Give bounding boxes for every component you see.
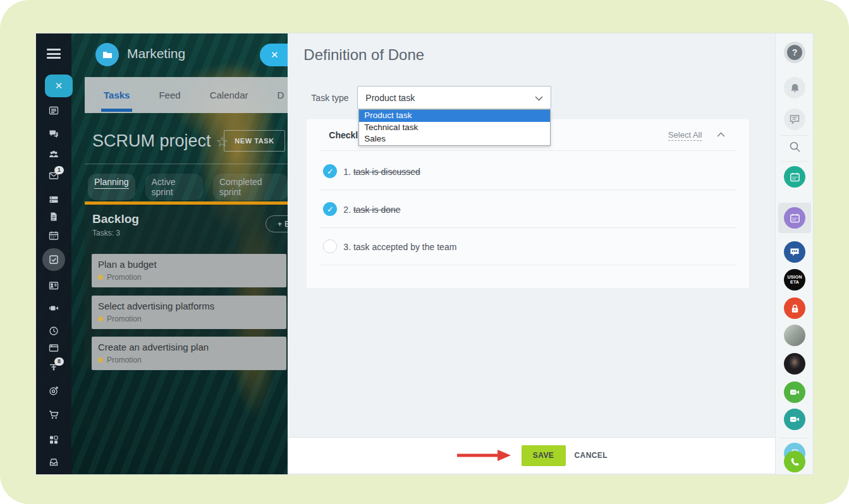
task-tag: Promotion [107, 356, 142, 364]
sprint-tab-active-sprint[interactable]: Active sprint [145, 174, 203, 200]
tab-tasks[interactable]: Tasks [104, 90, 130, 100]
red-pointer-arrow [456, 448, 511, 462]
employees-icon[interactable] [49, 149, 59, 159]
calendar-app-button-purple-selected[interactable] [784, 207, 805, 229]
tab-calendar[interactable]: Calendar [210, 90, 248, 100]
new-task-button[interactable]: NEW TASK [224, 130, 285, 152]
task-type-dropdown-list: Product task Technical task Sales [358, 109, 551, 146]
tasks-icon-active[interactable] [42, 248, 65, 271]
sites-icon[interactable] [49, 343, 59, 353]
checklist-item: 3. task accepted by the team [307, 227, 749, 265]
add-epic-button[interactable]: + Epic [266, 215, 288, 232]
rail-close-button[interactable]: ✕ [45, 75, 73, 97]
telephony-button[interactable] [784, 451, 805, 472]
page-title: Definition of Done [303, 46, 424, 64]
chat-icon[interactable] [49, 129, 59, 139]
drive-icon[interactable] [49, 195, 59, 205]
tag-dot-icon [98, 275, 103, 280]
sprint-tab-label: Planning [94, 177, 129, 189]
apps-grid-icon[interactable] [49, 435, 59, 445]
left-nav-rail: ✕ 1 [36, 33, 71, 474]
checklist-item: ✓ 2. task is done [307, 190, 749, 228]
archive-dock-icon[interactable] [49, 457, 59, 467]
calendar-app-button-green[interactable] [784, 166, 805, 188]
partner-logo-avatar[interactable]: USION ETA [784, 269, 805, 291]
dropdown-option-product-task[interactable]: Product task [359, 110, 550, 122]
task-type-value: Product task [365, 93, 415, 103]
backlog-task-card[interactable]: Select advertising platforms Promotion [92, 296, 286, 329]
close-project-panel-button[interactable]: ✕ [260, 44, 288, 66]
marketing-target-icon[interactable] [49, 386, 59, 396]
phone-icon [790, 457, 800, 467]
tab-drive-cut[interactable]: D [278, 90, 284, 100]
user-avatar[interactable] [784, 325, 805, 346]
dropdown-option-technical-task[interactable]: Technical task [359, 122, 550, 134]
app-window: Marketing ✕ Tasks Feed Calendar D SCRUM … [35, 33, 814, 475]
item-phrase: task accepted by the team [353, 242, 456, 252]
project-panel: Marketing ✕ Tasks Feed Calendar D SCRUM … [71, 33, 288, 474]
task-title: Create an advertising plan [98, 342, 280, 352]
backlog-task-card[interactable]: Plan a budget Promotion [92, 254, 286, 287]
documents-icon[interactable] [49, 212, 59, 222]
help-button[interactable]: ? [784, 42, 805, 63]
video-call-app-button-teal[interactable] [784, 409, 805, 430]
calendar-icon[interactable] [49, 231, 59, 241]
backlog-title: Backlog [92, 212, 139, 226]
item-number: 1. [343, 167, 351, 177]
chevron-up-icon[interactable] [717, 132, 725, 137]
footer-actions-bar: SAVE CANCEL [288, 437, 775, 473]
search-icon [789, 141, 801, 153]
video-camera-icon [789, 387, 800, 398]
checkbox-checked-icon[interactable]: ✓ [323, 202, 337, 216]
task-tag: Promotion [107, 315, 142, 323]
right-toolbar: ? USION ETA [775, 33, 813, 474]
divider [319, 150, 736, 151]
crm-icon[interactable] [49, 280, 59, 291]
checklist-item-text: 2. task is done [343, 205, 400, 215]
project-tabbar: Tasks Feed Calendar D [85, 77, 288, 113]
lock-icon [790, 303, 800, 314]
task-tag: Promotion [107, 273, 142, 282]
video-call-app-button-green[interactable] [784, 381, 805, 403]
team-chat-app-button[interactable] [784, 241, 805, 263]
sprint-tabs: Planning Active sprint Completed sprint [88, 174, 288, 200]
checklist-item: ✓ 1. task is discussed [307, 152, 749, 190]
task-type-label: Task type [311, 93, 348, 103]
tab-feed[interactable]: Feed [159, 90, 180, 100]
save-button[interactable]: SAVE [522, 445, 566, 466]
divider [85, 164, 288, 164]
user-avatar[interactable] [784, 353, 805, 375]
mail-icon[interactable]: 1 [49, 171, 59, 181]
notifications-button[interactable] [784, 77, 805, 99]
task-type-select[interactable]: Product task [357, 86, 551, 109]
backlog-task-card[interactable]: Create an advertising plan Promotion [92, 337, 286, 370]
checkbox-checked-icon[interactable]: ✓ [323, 164, 337, 178]
menu-hamburger-icon[interactable] [47, 49, 61, 59]
background-app-screenshot: Marketing ✕ Tasks Feed Calendar D SCRUM … [36, 33, 288, 474]
time-icon[interactable] [49, 326, 59, 336]
support-chat-button[interactable] [784, 109, 805, 130]
chevron-down-icon [535, 96, 543, 101]
cancel-button[interactable]: CANCEL [575, 451, 608, 460]
checklist-item-text: 1. task is discussed [343, 167, 420, 177]
checkbox-unchecked-icon[interactable] [323, 239, 337, 253]
bell-icon [790, 83, 800, 93]
filter-funnel-icon[interactable]: 8 [49, 362, 59, 372]
search-button[interactable] [784, 136, 805, 157]
video-conference-icon[interactable] [49, 303, 59, 313]
item-number: 3. [343, 242, 351, 252]
dropdown-option-sales[interactable]: Sales [359, 133, 550, 145]
mail-badge: 1 [54, 166, 64, 174]
checklist-item-text: 3. task accepted by the team [343, 242, 456, 252]
filter-badge: 8 [54, 357, 64, 366]
select-all-link[interactable]: Select All [668, 130, 702, 141]
shop-cart-icon[interactable] [49, 410, 59, 420]
sprint-tab-completed-sprint[interactable]: Completed sprint [213, 174, 288, 200]
workspace-title: Marketing [127, 46, 185, 61]
tag-dot-icon [98, 357, 103, 363]
video-camera-icon [789, 414, 800, 425]
security-app-button[interactable] [784, 297, 805, 319]
sprint-tab-planning[interactable]: Planning [88, 174, 135, 200]
feed-icon[interactable] [49, 105, 59, 116]
question-icon: ? [787, 45, 802, 60]
